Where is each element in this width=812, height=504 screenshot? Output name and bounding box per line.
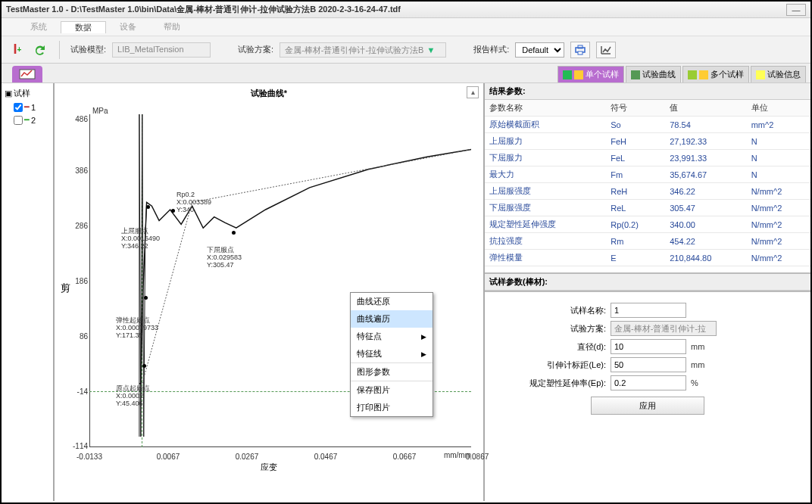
sample-plan-label: 试验方案: <box>500 323 606 334</box>
menu-device[interactable]: 设备 <box>106 21 150 33</box>
marker-origin <box>142 364 146 368</box>
annot-upper: 上屈服点 X:0.0016490 Y:346.22 <box>121 228 160 250</box>
right-panel: 结果参数: 参数名称 符号 值 单位 原始横截面积So78.54mm^2上屈服力… <box>485 83 810 501</box>
ctx-feature-point[interactable]: 特征点▶ <box>351 328 433 345</box>
plan-field[interactable]: 金属-棒材-普通引伸计-拉伸试验方法B▼ <box>280 42 446 58</box>
menubar: 系统 数据 设备 帮助 <box>2 18 810 36</box>
results-header: 结果参数: <box>485 83 810 100</box>
chart-panel: ▴ 试验曲线* MPa mm/mm 剪 应变 -114 -14 86 186 2… <box>55 83 485 501</box>
chart-title: 试验曲线* <box>59 88 479 99</box>
marker-lower-yield <box>232 231 236 235</box>
ctx-print-image[interactable]: 打印图片 <box>351 399 433 416</box>
marker-rp02 <box>171 209 175 213</box>
window-title: TestMaster 1.0 - D:\TestMaster 1.0\bin\D… <box>6 4 401 15</box>
table-row[interactable]: 弹性模量E210,844.80N/mm^2 <box>485 250 810 266</box>
window-titlebar: TestMaster 1.0 - D:\TestMaster 1.0\bin\D… <box>2 2 810 18</box>
chevron-right-icon: ▶ <box>421 333 426 341</box>
le-unit: mm <box>691 360 704 369</box>
table-row[interactable]: 原始横截面积So78.54mm^2 <box>485 117 810 133</box>
main-content: ▣ 试样 ━1 ━2 ▴ 试验曲线* MPa mm/mm 剪 应变 -114 -… <box>2 83 810 501</box>
col-value: 值 <box>665 100 746 117</box>
chevron-right-icon: ▶ <box>421 350 426 358</box>
ctx-curve-restore[interactable]: 曲线还原 <box>351 293 433 310</box>
sample-tree: ▣ 试样 ━1 ━2 <box>2 83 55 501</box>
chart-menu-button[interactable]: ▴ <box>467 86 479 98</box>
tab-test-curve[interactable]: 试验曲线 <box>626 66 681 82</box>
tree-item-1[interactable]: ━1 <box>5 101 50 114</box>
chart-context-menu: 曲线还原 曲线遍历 特征点▶ 特征线▶ 图形参数 保存图片 打印图片 <box>350 292 433 417</box>
sample-plan-input <box>611 321 717 336</box>
table-row[interactable]: 下屈服强度ReL305.47N/mm^2 <box>485 200 810 216</box>
menu-data[interactable]: 数据 <box>61 21 106 33</box>
marker-upper-yield <box>146 205 150 209</box>
ctx-graph-params[interactable]: 图形参数 <box>351 362 433 381</box>
le-label: 引伸计标距(Le): <box>500 359 606 371</box>
toolbar: I+ 试验模型: LIB_MetalTension 试验方案: 金属-棒材-普通… <box>2 36 810 64</box>
menu-system[interactable]: 系统 <box>17 21 61 33</box>
ep-label: 规定塑性延伸率(Ep): <box>500 378 606 389</box>
print-button[interactable] <box>570 42 590 58</box>
report-label: 报告样式: <box>473 44 509 55</box>
annot-lower: 下屈服点 X:0.029583 Y:305.47 <box>207 247 242 269</box>
diameter-unit: mm <box>691 342 704 351</box>
x-axis <box>89 446 471 447</box>
tree-check-2[interactable] <box>14 116 23 125</box>
ctx-feature-line[interactable]: 特征线▶ <box>351 345 433 362</box>
tree-root[interactable]: ▣ 试样 <box>5 86 50 101</box>
marker-elastic <box>144 296 148 300</box>
ep-input[interactable] <box>611 375 686 390</box>
diameter-label: 直径(d): <box>500 341 606 353</box>
svg-rect-2 <box>578 51 582 54</box>
table-row[interactable]: 最大力Fm35,674.67N <box>485 166 810 183</box>
menu-help[interactable]: 帮助 <box>150 21 194 33</box>
table-row[interactable]: 上屈服力FeH27,192.33N <box>485 133 810 150</box>
report-select[interactable]: Default <box>515 42 564 58</box>
left-tab-curve[interactable] <box>12 66 42 82</box>
sample-params-header: 试样参数(棒材): <box>485 272 810 291</box>
annot-origin: 原点起始点 X:0.0002 Y:45.406 <box>116 385 150 408</box>
sample-name-input[interactable] <box>611 303 686 318</box>
ctx-curve-traverse[interactable]: 曲线遍历 <box>351 310 433 328</box>
model-field: LIB_MetalTension <box>112 42 211 58</box>
chart-settings-button[interactable] <box>596 42 616 58</box>
col-name: 参数名称 <box>485 100 606 117</box>
diameter-input[interactable] <box>611 339 686 354</box>
tab-single-sample[interactable]: 单个试样 <box>557 66 624 82</box>
col-symbol: 符号 <box>606 100 665 117</box>
new-specimen-icon[interactable]: I+ <box>9 42 26 58</box>
tree-check-1[interactable] <box>14 103 23 112</box>
sample-name-label: 试样名称: <box>500 305 606 316</box>
tab-bar: 单个试样 试验曲线 多个试样 试验信息 <box>2 64 810 83</box>
ep-unit: % <box>691 378 698 387</box>
results-table: 参数名称 符号 值 单位 原始横截面积So78.54mm^2上屈服力FeH27,… <box>485 100 810 266</box>
collapse-icon[interactable]: ▣ <box>5 89 12 98</box>
tab-test-info[interactable]: 试验信息 <box>751 66 806 82</box>
tree-item-2[interactable]: ━2 <box>5 114 50 126</box>
apply-button[interactable]: 应用 <box>591 397 704 415</box>
minimize-button[interactable]: — <box>786 4 806 16</box>
refresh-icon[interactable] <box>32 42 48 58</box>
plan-label: 试验方案: <box>238 44 273 55</box>
table-row[interactable]: 上屈服强度ReH346.22N/mm^2 <box>485 183 810 200</box>
model-label: 试验模型: <box>70 44 106 55</box>
table-row[interactable]: 抗拉强度Rm454.22N/mm^2 <box>485 233 810 250</box>
chart-canvas[interactable]: MPa mm/mm 剪 应变 -114 -14 86 186 286 386 4… <box>59 99 479 478</box>
x-axis-label: 应变 <box>261 462 277 473</box>
table-row[interactable]: 下屈服力FeL23,991.33N <box>485 150 810 166</box>
tab-multi-sample[interactable]: 多个试样 <box>682 66 749 82</box>
table-row[interactable]: 规定塑性延伸强度Rp(0.2)340.00N/mm^2 <box>485 216 810 233</box>
sample-params-form: 试样名称: 试验方案: 直径(d): mm 引伸计标距(Le): mm 规定塑性… <box>485 291 810 422</box>
chevron-down-icon: ▼ <box>426 45 435 54</box>
annot-elastic: 弹性起始点 X:0.00079733 Y:171.35 <box>116 317 158 340</box>
annot-rp02: Rp0.2 X:0.003389 Y:340 <box>176 191 211 214</box>
col-unit: 单位 <box>747 100 810 117</box>
ctx-save-image[interactable]: 保存图片 <box>351 381 433 399</box>
le-input[interactable] <box>611 357 686 372</box>
